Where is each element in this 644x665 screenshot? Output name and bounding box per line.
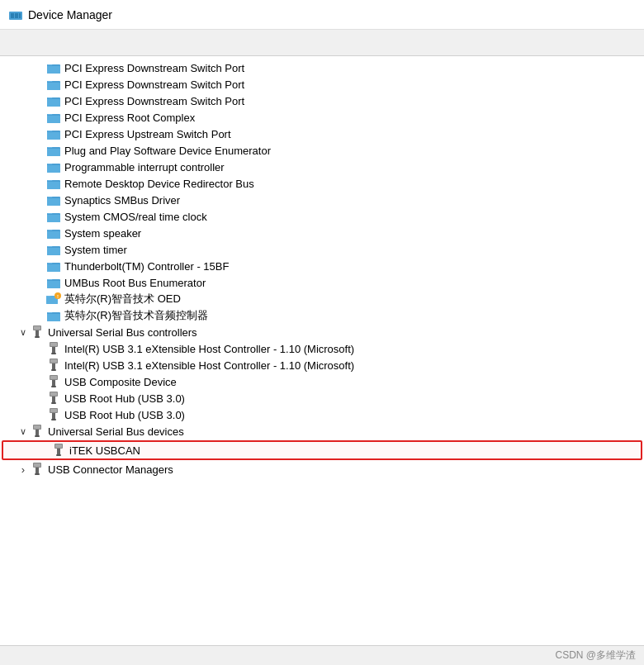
svg-rect-46	[47, 230, 60, 239]
tree-item-sys-cmos[interactable]: System CMOS/real time clock	[0, 208, 644, 225]
svg-rect-19	[47, 115, 60, 116]
tree-item-remote-desktop[interactable]: Remote Desktop Device Redirector Bus	[0, 175, 644, 192]
title-bar: Device Manager	[0, 0, 644, 30]
tree-item-usb-connector[interactable]: › USB Connector Managers	[0, 461, 644, 477]
folder-icon	[46, 159, 61, 174]
item-label: USB Connector Managers	[48, 463, 173, 476]
tree-item-pci-ds-2[interactable]: PCI Express Downstream Switch Port	[0, 76, 644, 93]
tree-item-intel-usb-1[interactable]: Intel(R) USB 3.1 eXtensible Host Control…	[0, 340, 644, 357]
svg-rect-55	[47, 264, 60, 264]
svg-rect-69	[36, 330, 39, 337]
folder-icon	[46, 308, 61, 323]
item-label: Universal Serial Bus devices	[48, 425, 184, 438]
tree-item-usb-composite[interactable]: USB Composite Device	[0, 373, 644, 390]
svg-rect-42	[47, 214, 60, 222]
toolbar	[0, 30, 644, 56]
tree-item-usb-root-1[interactable]: USB Root Hub (USB 3.0)	[0, 390, 644, 406]
tree-item-intel-audio-ctrl[interactable]: 英特尔(R)智音技术音频控制器	[0, 307, 644, 324]
tree-item-pci-ds-3[interactable]: PCI Express Downstream Switch Port	[0, 93, 644, 109]
svg-rect-85	[52, 396, 55, 403]
item-label: 英特尔(R)智音技术音频控制器	[64, 308, 208, 323]
svg-rect-35	[47, 181, 60, 182]
item-label: 英特尔(R)智音技术 OED	[64, 292, 181, 306]
svg-rect-22	[47, 131, 60, 140]
svg-rect-34	[47, 181, 60, 189]
app-title: Device Manager	[28, 8, 112, 21]
tree-item-pci-root[interactable]: PCI Express Root Complex	[0, 109, 644, 126]
item-label: Remote Desktop Device Redirector Bus	[64, 178, 254, 190]
item-label: System timer	[64, 244, 127, 256]
tree-item-intel-usb-2[interactable]: Intel(R) USB 3.1 eXtensible Host Control…	[0, 357, 644, 373]
svg-rect-73	[52, 346, 55, 354]
svg-rect-77	[52, 363, 55, 370]
tree-item-itek-usbcan[interactable]: iTEK USBCAN	[2, 440, 642, 460]
svg-rect-59	[47, 280, 60, 281]
expand-arrow[interactable]: ∨	[17, 325, 30, 339]
tree-item-sys-timer[interactable]: System timer	[0, 241, 644, 258]
svg-rect-91	[50, 409, 57, 412]
svg-rect-100	[56, 454, 61, 456]
svg-rect-1	[11, 13, 14, 18]
folder-icon	[46, 226, 61, 240]
svg-rect-31	[47, 164, 60, 165]
svg-rect-68	[47, 313, 60, 314]
svg-rect-101	[36, 467, 39, 474]
tree-item-intel-audio-oem[interactable]: ! 英特尔(R)智音技术 OED	[0, 291, 644, 307]
svg-rect-71	[34, 326, 40, 330]
svg-rect-104	[35, 473, 40, 475]
tree-view[interactable]: PCI Express Downstream Switch Port PCI E…	[0, 56, 644, 645]
item-label: Intel(R) USB 3.1 eXtensible Host Control…	[64, 359, 354, 372]
svg-rect-10	[47, 82, 60, 90]
folder-icon	[46, 77, 61, 92]
svg-rect-99	[55, 444, 62, 448]
svg-rect-11	[47, 82, 60, 83]
svg-rect-23	[47, 131, 60, 132]
usb-icon	[46, 341, 61, 356]
usb-icon	[46, 391, 61, 406]
item-label: Intel(R) USB 3.1 eXtensible Host Control…	[64, 343, 354, 355]
tree-item-thunderbolt[interactable]: Thunderbolt(TM) Controller - 15BF	[0, 258, 644, 274]
tree-item-pci-ds-1[interactable]: PCI Express Downstream Switch Port	[0, 59, 644, 76]
svg-rect-50	[47, 247, 60, 255]
tree-item-prog-interrupt[interactable]: Programmable interrupt controller	[0, 159, 644, 175]
svg-rect-58	[47, 280, 60, 288]
svg-rect-89	[52, 412, 55, 420]
tree-item-usb-devices[interactable]: ∨ Universal Serial Bus devices	[0, 423, 644, 439]
item-label: PCI Express Downstream Switch Port	[64, 62, 244, 74]
folder-icon	[46, 93, 61, 108]
svg-rect-84	[51, 386, 56, 387]
tree-item-umbus[interactable]: UMBus Root Bus Enumerator	[0, 274, 644, 291]
tree-item-sys-speaker[interactable]: System speaker	[0, 225, 644, 241]
item-label: PCI Express Downstream Switch Port	[64, 78, 244, 91]
expand-arrow[interactable]: ∨	[17, 425, 30, 438]
svg-rect-43	[47, 214, 60, 215]
svg-rect-96	[35, 435, 40, 437]
svg-rect-92	[51, 419, 56, 420]
folder-icon	[46, 209, 61, 224]
item-label: System speaker	[64, 227, 141, 240]
tree-item-synaptics[interactable]: Synaptics SMBus Driver	[0, 192, 644, 208]
svg-rect-93	[36, 429, 39, 436]
svg-rect-76	[51, 353, 56, 354]
status-bar: CSDN @多维学渣	[0, 645, 644, 665]
tree-item-pci-us[interactable]: PCI Express Upstream Switch Port	[0, 126, 644, 142]
svg-rect-95	[34, 425, 40, 429]
svg-rect-2	[15, 13, 18, 18]
usb-icon	[30, 424, 45, 439]
item-label: PCI Express Downstream Switch Port	[64, 95, 244, 107]
tree-item-usb-controllers[interactable]: ∨ Universal Serial Bus controllers	[0, 324, 644, 340]
tree-item-usb-root-2[interactable]: USB Root Hub (USB 3.0)	[0, 406, 644, 423]
folder-icon	[46, 143, 61, 158]
svg-rect-72	[35, 336, 40, 338]
folder-icon	[46, 242, 61, 257]
svg-rect-26	[47, 148, 60, 156]
item-label: Thunderbolt(TM) Controller - 15BF	[64, 260, 229, 273]
svg-rect-97	[57, 448, 60, 455]
svg-rect-39	[47, 197, 60, 198]
tree-item-plug-play[interactable]: Plug and Play Software Device Enumerator	[0, 142, 644, 159]
folder-icon	[46, 110, 61, 125]
svg-rect-83	[50, 376, 57, 379]
expand-arrow[interactable]: ›	[17, 463, 30, 476]
svg-rect-47	[47, 230, 60, 231]
folder-icon	[46, 259, 61, 273]
